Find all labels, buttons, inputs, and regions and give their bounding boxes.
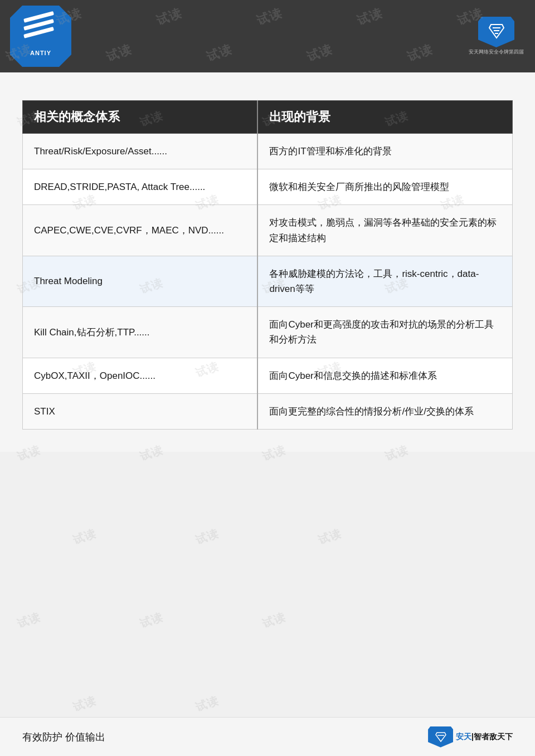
body-watermark: 试读: [138, 609, 166, 631]
watermark: 试读: [204, 41, 235, 66]
brand-label: 安天网络安全令牌第四届: [469, 48, 524, 56]
table-right-cell: 各种威胁建模的方法论，工具，risk-centric，data-driven等等: [257, 256, 512, 306]
watermark: 试读: [154, 4, 184, 30]
brand-shield: [478, 17, 514, 47]
table-left-cell: CybOX,TAXII，OpenIOC......: [23, 358, 258, 393]
table-left-cell: STIX: [23, 393, 258, 429]
company-logo: ANTIY: [10, 6, 71, 67]
table-row: Kill Chain,钻石分析,TTP......面向Cyber和更高强度的攻击…: [23, 307, 513, 358]
table-row: CybOX,TAXII，OpenIOC......面向Cyber和信息交换的描述…: [23, 358, 513, 393]
header-brand: 安天网络安全令牌第四届: [469, 17, 524, 56]
header: 试读 试读 试读 试读 试读 试读 试读 试读 试读 试读 ANTIY: [0, 0, 535, 72]
logo-lines: [24, 17, 57, 47]
watermark: 试读: [304, 41, 335, 66]
table-row: Threat/Risk/Exposure/Asset......西方的IT管理和…: [23, 134, 513, 169]
table-right-cell: 微软和相关安全厂商所推出的风险管理模型: [257, 169, 512, 205]
table-row: STIX面向更完整的综合性的情报分析/作业/交换的体系: [23, 393, 513, 429]
footer: 有效防护 价值输出 安天|智者敌天下: [0, 717, 535, 756]
table-row: Threat Modeling各种威胁建模的方法论，工具，risk-centri…: [23, 256, 513, 306]
body-watermark: 试读: [193, 692, 222, 715]
footer-logo: 安天|智者敌天下: [428, 726, 513, 748]
table-row: CAPEC,CWE,CVE,CVRF，MAEC，NVD......对攻击模式，脆…: [23, 205, 513, 256]
body-watermark: 试读: [71, 525, 99, 548]
table-col1-header: 相关的概念体系: [23, 101, 258, 134]
watermark: 试读: [405, 41, 435, 66]
table-left-cell: Threat/Risk/Exposure/Asset......: [23, 134, 258, 169]
footer-slogan: 有效防护 价值输出: [22, 730, 105, 744]
logo-text: ANTIY: [30, 50, 51, 56]
table-left-cell: Kill Chain,钻石分析,TTP......: [23, 307, 258, 358]
table-right-cell: 面向更完整的综合性的情报分析/作业/交换的体系: [257, 393, 512, 429]
table-right-cell: 面向Cyber和信息交换的描述和标准体系: [257, 358, 512, 393]
table-left-cell: Threat Modeling: [23, 256, 258, 306]
body-watermark: 试读: [15, 609, 43, 631]
watermark: 试读: [254, 4, 285, 30]
body-watermark: 试读: [71, 692, 99, 715]
table-left-cell: DREAD,STRIDE,PASTA, Attack Tree......: [23, 169, 258, 205]
table-right-cell: 西方的IT管理和标准化的背景: [257, 134, 512, 169]
footer-logo-icon: [428, 726, 453, 748]
table-col2-header: 出现的背景: [257, 101, 512, 134]
footer-logo-text: 安天|智者敌天下: [456, 732, 513, 742]
table-right-cell: 对攻击模式，脆弱点，漏洞等各种基础的安全元素的标定和描述结构: [257, 205, 512, 256]
concept-table: 相关的概念体系 出现的背景 Threat/Risk/Exposure/Asset…: [22, 100, 513, 430]
watermark: 试读: [354, 4, 385, 30]
body-watermark: 试读: [260, 609, 289, 631]
brand-shield-icon: [488, 23, 505, 41]
table-right-cell: 面向Cyber和更高强度的攻击和对抗的场景的分析工具和分析方法: [257, 307, 512, 358]
body-watermark: 试读: [316, 525, 344, 548]
body-watermark: 试读: [193, 525, 222, 548]
table-row: DREAD,STRIDE,PASTA, Attack Tree......微软和…: [23, 169, 513, 205]
main-content: 相关的概念体系 出现的背景 Threat/Risk/Exposure/Asset…: [0, 72, 535, 452]
watermark: 试读: [104, 41, 134, 66]
table-left-cell: CAPEC,CWE,CVE,CVRF，MAEC，NVD......: [23, 205, 258, 256]
